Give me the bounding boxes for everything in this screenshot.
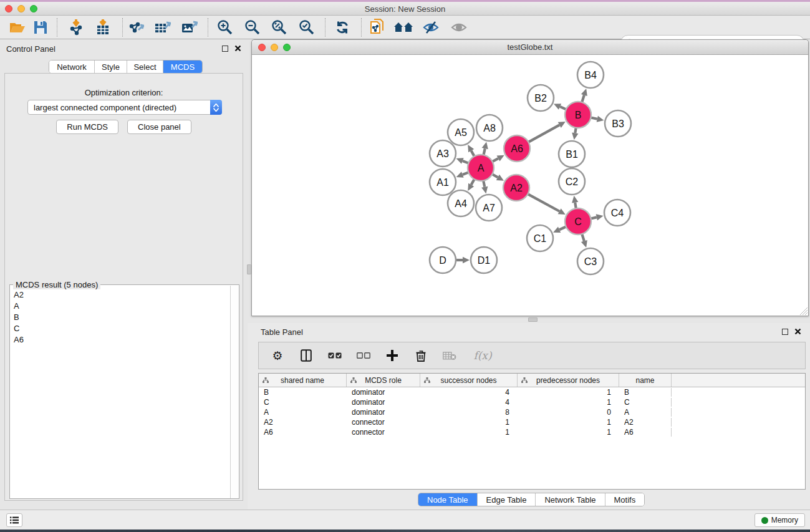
export-image-icon[interactable] bbox=[179, 17, 200, 37]
table-cell[interactable]: A bbox=[259, 408, 347, 417]
column-header-shared-name[interactable]: shared name bbox=[259, 374, 347, 387]
graph-node-A5[interactable]: A5 bbox=[448, 119, 474, 145]
table-cell[interactable]: 1 bbox=[518, 398, 619, 407]
table-cell[interactable]: dominator bbox=[347, 398, 420, 407]
graph-node-B[interactable]: B bbox=[565, 102, 591, 128]
column-header-successor-nodes[interactable]: successor nodes bbox=[420, 374, 518, 387]
graph-edge-A-A3[interactable] bbox=[463, 161, 469, 163]
graph-edge-A-A2[interactable] bbox=[492, 174, 498, 177]
add-column-icon[interactable] bbox=[385, 347, 400, 364]
table-options-gear-icon[interactable]: ⚙ bbox=[270, 347, 285, 364]
export-network-icon[interactable] bbox=[125, 17, 147, 37]
graph-node-C3[interactable]: C3 bbox=[577, 248, 604, 274]
table-cell[interactable]: 8 bbox=[420, 408, 518, 417]
task-history-button[interactable] bbox=[6, 513, 22, 527]
graph-edge-A-A7[interactable] bbox=[483, 181, 485, 187]
graph-edge-C-C1[interactable] bbox=[559, 226, 566, 230]
vertical-splitter-grip[interactable] bbox=[247, 264, 251, 274]
table-cell[interactable]: A2 bbox=[619, 418, 672, 427]
delete-column-trash-icon[interactable] bbox=[413, 347, 428, 364]
delete-table-icon[interactable] bbox=[442, 347, 457, 364]
result-scrollbar-track[interactable] bbox=[230, 286, 238, 498]
column-header-name[interactable]: name bbox=[619, 374, 672, 387]
table-cell[interactable]: 1 bbox=[420, 428, 518, 437]
graph-node-A8[interactable]: A8 bbox=[476, 115, 503, 141]
graph-node-A4[interactable]: A4 bbox=[448, 190, 474, 216]
graph-node-A1[interactable]: A1 bbox=[430, 169, 456, 195]
graph-node-B2[interactable]: B2 bbox=[528, 85, 554, 111]
close-panel-icon[interactable] bbox=[234, 45, 241, 52]
window-resize-grip[interactable] bbox=[799, 307, 808, 315]
memory-button[interactable]: Memory bbox=[755, 513, 805, 527]
import-table-icon[interactable] bbox=[92, 17, 113, 37]
select-all-checkboxes-icon[interactable] bbox=[327, 347, 342, 364]
table-cell[interactable]: 1 bbox=[518, 388, 619, 397]
graph-node-A2[interactable]: A2 bbox=[503, 175, 529, 201]
mcds-result-item[interactable]: A2 bbox=[11, 289, 230, 300]
graph-node-A6[interactable]: A6 bbox=[504, 135, 530, 162]
new-network-from-selection-icon[interactable] bbox=[367, 17, 388, 37]
table-cell[interactable]: 1 bbox=[518, 428, 619, 437]
graph-node-C4[interactable]: C4 bbox=[604, 200, 630, 226]
zoom-in-icon[interactable] bbox=[215, 17, 236, 37]
table-cell[interactable]: dominator bbox=[347, 408, 420, 417]
table-cell[interactable]: C bbox=[259, 398, 347, 407]
deselect-all-checkboxes-icon[interactable] bbox=[356, 347, 371, 364]
export-table-icon[interactable] bbox=[152, 17, 173, 37]
optimization-criterion-dropdown[interactable]: largest connected component (directed) bbox=[27, 100, 222, 115]
tab-edge-table[interactable]: Edge Table bbox=[478, 493, 536, 506]
function-builder-icon[interactable]: f(x) bbox=[471, 347, 494, 364]
tab-node-table[interactable]: Node Table bbox=[418, 493, 478, 506]
graph-node-C2[interactable]: C2 bbox=[559, 168, 585, 195]
graph-node-A[interactable]: A bbox=[468, 155, 494, 181]
first-neighbors-icon[interactable] bbox=[393, 17, 414, 37]
table-cell[interactable]: A bbox=[619, 408, 672, 417]
column-header-mcds-role[interactable]: MCDS role bbox=[347, 374, 420, 387]
table-row[interactable]: Adominator80A bbox=[259, 407, 805, 417]
graph-edge-A-A5[interactable] bbox=[471, 151, 475, 157]
zoom-selected-icon[interactable] bbox=[296, 17, 317, 37]
tab-style[interactable]: Style bbox=[95, 60, 127, 73]
horizontal-splitter-grip[interactable] bbox=[528, 317, 538, 322]
column-header-predecessor-nodes[interactable]: predecessor nodes bbox=[518, 374, 619, 387]
network-graph[interactable]: B4B2BB3A8A5A6A3B1AA1C2A2A4A7C4CC1C3DD1 bbox=[252, 55, 808, 316]
float-panel-icon[interactable] bbox=[222, 46, 228, 52]
mcds-result-item[interactable]: A bbox=[11, 300, 230, 311]
graph-edge-C-C3[interactable] bbox=[582, 234, 584, 241]
close-table-panel-icon[interactable] bbox=[794, 328, 801, 335]
graph-edge-A-A1[interactable] bbox=[463, 172, 469, 175]
tab-network-table[interactable]: Network Table bbox=[536, 493, 605, 506]
hide-graphics-icon[interactable] bbox=[420, 17, 441, 37]
graph-edge-A-A4[interactable] bbox=[471, 179, 475, 185]
table-cell[interactable]: 4 bbox=[420, 398, 518, 407]
table-cell[interactable]: 1 bbox=[518, 418, 619, 427]
table-cell[interactable]: C bbox=[619, 398, 672, 407]
table-cell[interactable]: 4 bbox=[420, 388, 518, 397]
float-table-panel-icon[interactable] bbox=[782, 329, 788, 335]
graph-edge-B-B1[interactable] bbox=[575, 128, 576, 133]
run-mcds-button[interactable]: Run MCDS bbox=[56, 120, 118, 134]
show-graphics-details-icon[interactable] bbox=[448, 17, 470, 37]
close-panel-button[interactable]: Close panel bbox=[127, 120, 191, 134]
graph-edge-C-C2[interactable] bbox=[575, 203, 576, 209]
import-network-icon[interactable] bbox=[65, 17, 87, 37]
table-cell[interactable]: 1 bbox=[420, 418, 518, 427]
table-cell[interactable]: A6 bbox=[259, 428, 347, 437]
table-row[interactable]: Cdominator41C bbox=[259, 397, 805, 407]
graph-edge-A-A8[interactable] bbox=[483, 148, 485, 155]
save-session-icon[interactable] bbox=[30, 17, 51, 37]
zoom-fit-icon[interactable] bbox=[269, 17, 290, 37]
graph-node-B4[interactable]: B4 bbox=[577, 62, 604, 88]
zoom-out-icon[interactable] bbox=[242, 17, 263, 37]
network-window-titlebar[interactable]: testGlobe.txt bbox=[252, 40, 808, 55]
graph-edge-B-B4[interactable] bbox=[582, 95, 584, 102]
graph-edge-A6-B[interactable] bbox=[528, 125, 559, 142]
table-cell[interactable]: 0 bbox=[518, 408, 619, 417]
table-cell[interactable]: A6 bbox=[619, 428, 672, 437]
graph-node-B3[interactable]: B3 bbox=[605, 110, 631, 137]
table-cell[interactable]: B bbox=[619, 388, 672, 397]
table-row[interactable]: Bdominator41B bbox=[259, 387, 805, 397]
tab-network[interactable]: Network bbox=[49, 60, 95, 73]
graph-node-D1[interactable]: D1 bbox=[471, 247, 497, 273]
open-session-icon[interactable] bbox=[7, 17, 28, 37]
